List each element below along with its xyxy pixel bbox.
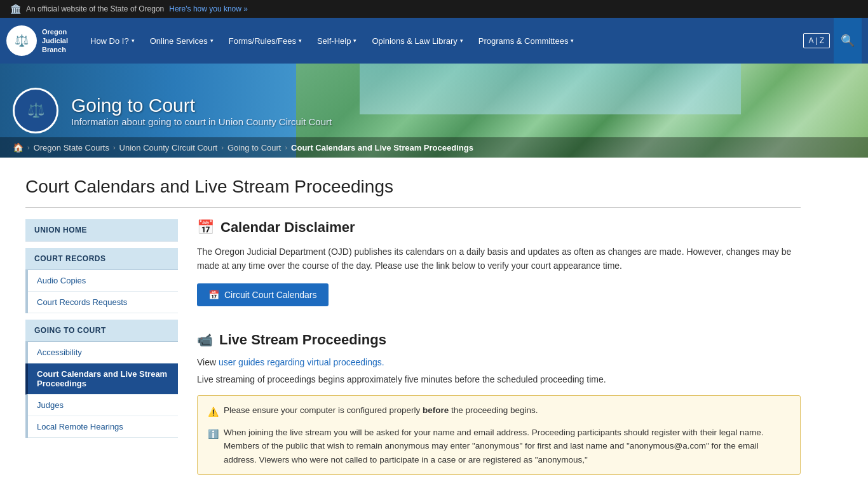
breadcrumb: 🏠 › Oregon State Courts › Union County C… (0, 137, 868, 158)
sidebar: UNION HOME COURT RECORDS Audio Copies Co… (25, 219, 178, 475)
virtual-proceedings-link[interactable]: user guides regarding virtual proceeding… (219, 357, 384, 367)
language-button[interactable]: A | Z (803, 33, 830, 48)
sidebar-link-court-records-requests[interactable]: Court Records Requests (28, 292, 178, 313)
video-icon: 📹 (197, 332, 213, 348)
nav-self-help[interactable]: Self-Help ▾ (309, 18, 364, 64)
hero-text: Going to Court Information about going t… (71, 95, 332, 127)
warning-row-2: ℹ️ When joining the live stream you will… (208, 426, 790, 467)
logo-seal: ⚖️ (6, 25, 37, 56)
flag-icon: 🏛️ (10, 4, 21, 14)
sidebar-court-records-header: COURT RECORDS (25, 248, 178, 270)
nav-caret-0: ▾ (132, 37, 135, 44)
logo-area[interactable]: ⚖️ Oregon Judicial Branch (6, 25, 76, 56)
sidebar-link-court-calendars[interactable]: Court Calendars and Live Stream Proceedi… (25, 363, 178, 395)
live-stream-heading: 📹 Live Stream Proceedings (197, 332, 801, 348)
live-stream-intro: View user guides regarding virtual proce… (197, 357, 801, 367)
calendar-icon: 📅 (197, 219, 214, 236)
calendar-btn-label: Circuit Court Calendars (224, 290, 317, 300)
nav-caret-2: ▾ (299, 37, 302, 44)
banner-link[interactable]: Here's how you know » (169, 4, 248, 13)
breadcrumb-sep-1: › (113, 144, 116, 151)
warning-row-1: ⚠️ Please ensure your computer is config… (208, 403, 790, 419)
home-icon[interactable]: 🏠 (13, 142, 24, 152)
sidebar-link-local-remote-hearings[interactable]: Local Remote Hearings (28, 416, 178, 438)
sidebar-link-judges[interactable]: Judges (28, 395, 178, 416)
live-stream-section: 📹 Live Stream Proceedings View user guid… (197, 332, 801, 475)
nav-caret-5: ▾ (571, 37, 574, 44)
nav-caret-3: ▾ (353, 37, 356, 44)
sidebar-link-accessibility[interactable]: Accessibility (28, 342, 178, 363)
warning-box: ⚠️ Please ensure your computer is config… (197, 395, 801, 475)
logo-text: Oregon Judicial Branch (42, 27, 68, 55)
warning-text-1: Please ensure your computer is configure… (224, 403, 538, 417)
sidebar-union-home-header[interactable]: UNION HOME (25, 219, 178, 241)
nav-forms-rules-fees[interactable]: Forms/Rules/Fees ▾ (221, 18, 309, 64)
article-content: 📅 Calendar Disclaimer The Oregon Judicia… (197, 219, 801, 475)
nav-right: A | Z 🔍 (803, 18, 862, 64)
warning-bold-before: before (423, 405, 449, 415)
warning-icon-1: ⚠️ (208, 405, 219, 419)
nav-links: How Do I? ▾ Online Services ▾ Forms/Rule… (83, 18, 803, 64)
sidebar-going-to-court-header: GOING TO COURT (25, 320, 178, 342)
nav-caret-4: ▾ (460, 37, 463, 44)
breadcrumb-sep-0: › (27, 144, 30, 151)
breadcrumb-oregon-courts[interactable]: Oregon State Courts (34, 143, 109, 152)
banner-text: An official website of the State of Oreg… (26, 4, 164, 13)
main-nav: ⚖️ Oregon Judicial Branch How Do I? ▾ On… (0, 18, 868, 64)
live-stream-prefix: View (197, 357, 216, 367)
nav-online-services[interactable]: Online Services ▾ (142, 18, 221, 64)
search-icon: 🔍 (841, 34, 855, 48)
breadcrumb-sep-3: › (285, 144, 287, 151)
calendar-disclaimer-section: 📅 Calendar Disclaimer The Oregon Judicia… (197, 219, 801, 325)
calendar-btn-icon: 📅 (208, 290, 219, 300)
warning-text-2: When joining the live stream you will be… (224, 426, 790, 467)
live-stream-note: Live streaming of proceedings begins app… (197, 372, 801, 386)
search-button[interactable]: 🔍 (834, 18, 862, 64)
circuit-court-calendars-button[interactable]: 📅 Circuit Court Calendars (197, 283, 329, 306)
hero-title: Going to Court (71, 95, 332, 116)
sidebar-going-to-court-links: Accessibility Court Calendars and Live S… (25, 342, 178, 438)
info-icon-1: ℹ️ (208, 427, 219, 441)
hero-background-sky (360, 64, 741, 114)
main-content: Court Calendars and Live Stream Proceedi… (0, 158, 826, 488)
nav-programs[interactable]: Programs & Committees ▾ (471, 18, 582, 64)
court-seal: ⚖️ (13, 88, 58, 133)
hero-subtitle: Information about going to court in Unio… (71, 116, 332, 127)
breadcrumb-sep-2: › (221, 144, 224, 151)
sidebar-link-audio-copies[interactable]: Audio Copies (28, 270, 178, 292)
content-layout: UNION HOME COURT RECORDS Audio Copies Co… (25, 219, 801, 475)
breadcrumb-union-county[interactable]: Union County Circuit Court (119, 143, 218, 152)
live-stream-heading-text: Live Stream Proceedings (219, 332, 386, 348)
page-title: Court Calendars and Live Stream Proceedi… (25, 177, 801, 208)
nav-caret-1: ▾ (210, 37, 214, 44)
nav-opinions[interactable]: Opinions & Law Library ▾ (364, 18, 470, 64)
sidebar-court-records-links: Audio Copies Court Records Requests (25, 270, 178, 313)
breadcrumb-active: Court Calendars and Live Stream Proceedi… (291, 143, 473, 152)
calendar-disclaimer-heading: 📅 Calendar Disclaimer (197, 219, 801, 236)
top-banner: 🏛️ An official website of the State of O… (0, 0, 868, 18)
breadcrumb-going-to-court[interactable]: Going to Court (227, 143, 281, 152)
calendar-disclaimer-body: The Oregon Judicial Department (OJD) pub… (197, 245, 801, 273)
hero-banner: ⚖️ Going to Court Information about goin… (0, 64, 868, 158)
nav-how-do-i[interactable]: How Do I? ▾ (83, 18, 142, 64)
